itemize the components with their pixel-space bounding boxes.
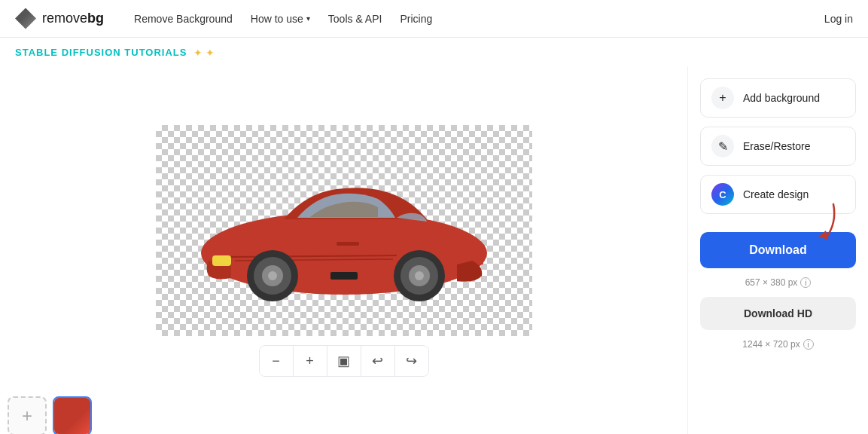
svg-rect-9	[212, 255, 231, 266]
svg-rect-11	[337, 242, 359, 246]
right-panel: + Add background ✎ Erase/Restore C Creat…	[687, 66, 868, 434]
plus-icon: +	[22, 405, 32, 426]
undo-button[interactable]: ↩	[361, 346, 394, 376]
logo-text: removebg	[42, 11, 104, 26]
main-layout: − + ▣ ↩ ↪ + + Add background	[0, 66, 868, 434]
left-panel: − + ▣ ↩ ↪ +	[0, 66, 687, 434]
canva-icon: C	[711, 183, 734, 206]
editor-toolbar: − + ▣ ↩ ↪	[259, 345, 429, 377]
sparkle-icon: ✦ ✦	[193, 47, 215, 59]
add-image-button[interactable]: +	[8, 396, 47, 434]
nav-remove-background[interactable]: Remove Background	[134, 13, 233, 25]
logo-diamond-icon	[15, 8, 36, 29]
thumbnail-strip: +	[8, 396, 92, 434]
zoom-out-button[interactable]: −	[260, 346, 293, 376]
svg-point-4	[268, 271, 277, 280]
logo[interactable]: removebg	[15, 8, 104, 29]
svg-marker-12	[818, 231, 828, 240]
download-hd-size-info: 1244 × 720 px i	[700, 339, 856, 350]
nav-how-to-use[interactable]: How to use ▾	[251, 13, 310, 25]
svg-point-8	[415, 271, 424, 280]
compare-button[interactable]: ▣	[327, 346, 361, 376]
navbar: removebg Remove Background How to use ▾ …	[0, 0, 868, 38]
erase-icon: ✎	[711, 135, 734, 157]
subtitle-text: STABLE DIFFUSION TUTORIALS	[15, 47, 187, 58]
nav-pricing[interactable]: Pricing	[400, 13, 432, 25]
erase-restore-button[interactable]: ✎ Erase/Restore	[700, 127, 856, 166]
car-preview	[186, 144, 502, 317]
redo-button[interactable]: ↪	[395, 346, 428, 376]
canvas-area	[156, 125, 532, 336]
car-svg	[186, 144, 502, 317]
info-icon[interactable]: i	[800, 277, 811, 288]
thumbnail-item[interactable]	[53, 396, 92, 434]
nav-tools-api[interactable]: Tools & API	[328, 13, 382, 25]
chevron-down-icon: ▾	[306, 14, 310, 23]
subtitle-bar: STABLE DIFFUSION TUTORIALS ✦ ✦	[0, 38, 868, 66]
thumbnail-car-preview	[54, 398, 90, 434]
login-button[interactable]: Log in	[824, 13, 853, 25]
add-background-button[interactable]: + Add background	[700, 78, 856, 118]
download-size-info: 657 × 380 px i	[700, 277, 856, 288]
arrow-svg	[784, 200, 845, 246]
hd-info-icon[interactable]: i	[803, 339, 814, 350]
zoom-in-button[interactable]: +	[294, 346, 327, 376]
svg-rect-10	[330, 272, 358, 280]
plus-circle-icon: +	[711, 87, 734, 109]
download-hd-button[interactable]: Download HD	[700, 297, 856, 330]
